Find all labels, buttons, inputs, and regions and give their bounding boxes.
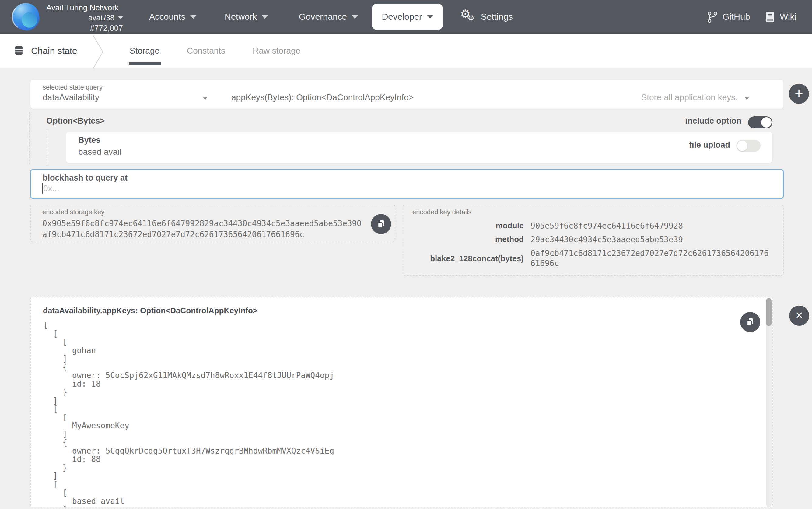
- scrollbar-thumb[interactable]: [766, 298, 772, 326]
- bytes-param-card: Bytes based avail file upload: [66, 132, 772, 163]
- close-icon: ×: [796, 309, 803, 321]
- key-hint-placeholder[interactable]: Store all application keys.: [641, 93, 738, 102]
- chevron-down-icon: [190, 15, 196, 19]
- section-chain-state: Chain state: [13, 34, 77, 68]
- bytes-value-input[interactable]: based avail: [78, 147, 121, 157]
- tab-raw-storage[interactable]: Raw storage: [253, 34, 301, 68]
- network-info: Avail Turing Network avail/38 #772,007: [46, 3, 123, 33]
- tab-label: Raw storage: [253, 46, 301, 56]
- key-detail-row: method 29ac34430c4934c5e3aaeed5abe53e39: [412, 235, 770, 245]
- nav-menu-label: Accounts: [149, 12, 185, 22]
- detail-value: 905e59f6c8fc974ec64116e6f6479928: [530, 221, 770, 231]
- chevron-down-icon: [352, 15, 358, 19]
- wiki-link[interactable]: Wiki: [765, 0, 797, 34]
- chevron-down-icon: [427, 15, 433, 19]
- query-label: selected state query: [43, 83, 103, 91]
- settings-gears-icon: ⚙⚙: [460, 8, 476, 26]
- encoded-storage-key-value: 0x905e59f6c8fc974ec64116e6f647992829ac34…: [42, 218, 363, 240]
- param-tree-guide: [46, 131, 47, 164]
- encoded-key-details-label: encoded key details: [412, 208, 471, 216]
- section-title: Chain state: [31, 46, 77, 56]
- encoded-key-details-card: encoded key details module 905e59f6c8fc9…: [403, 205, 784, 275]
- nav-menu-label: Governance: [299, 12, 347, 22]
- nav-menu-network[interactable]: Network: [224, 0, 268, 34]
- chain-spec: avail/38: [88, 13, 114, 22]
- chain-spec-selector[interactable]: avail/38: [46, 13, 123, 22]
- text-cursor: [42, 183, 43, 194]
- query-results-card: dataAvailability.appKeys: Option<DaContr…: [30, 297, 773, 507]
- top-navbar: Avail Turing Network avail/38 #772,007 A…: [0, 0, 812, 34]
- chevron-down-icon[interactable]: [744, 97, 749, 100]
- toggle-knob: [761, 117, 772, 128]
- detail-value: 0af9cb471c6d8171c23672ed7027e7d72c626173…: [530, 248, 770, 269]
- include-option-label: include option: [639, 116, 741, 126]
- nav-menu-governance[interactable]: Governance: [299, 0, 358, 34]
- block-number: #772,007: [46, 24, 123, 33]
- nav-menu-label: Network: [224, 12, 257, 22]
- file-upload-toggle[interactable]: [736, 140, 761, 152]
- copy-icon: [745, 317, 755, 327]
- result-header: dataAvailability.appKeys: Option<DaContr…: [43, 306, 257, 315]
- subnav-bar: Chain state Storage Constants Raw storag…: [0, 34, 812, 68]
- avail-logo-icon[interactable]: [11, 2, 40, 32]
- nav-menu-accounts[interactable]: Accounts: [149, 0, 196, 34]
- toggle-knob: [737, 141, 747, 151]
- encoded-storage-key-label: encoded storage key: [42, 208, 104, 216]
- database-icon: [13, 45, 25, 57]
- chevron-down-icon: [118, 16, 123, 20]
- results-scrollbar[interactable]: [766, 298, 772, 507]
- copy-icon: [376, 219, 386, 229]
- param-option-type-label: Option<Bytes>: [46, 116, 105, 126]
- tab-label: Storage: [130, 46, 160, 56]
- bytes-label: Bytes: [78, 135, 101, 145]
- nav-menu-settings[interactable]: ⚙⚙ Settings: [460, 0, 513, 34]
- key-detail-row: module 905e59f6c8fc974ec64116e6f6479928: [412, 221, 770, 231]
- blockhash-label: blockhash to query at: [43, 173, 128, 183]
- blockhash-placeholder: 0x...: [43, 183, 59, 193]
- breadcrumb-chevron-icon: [92, 34, 104, 70]
- github-link[interactable]: GitHub: [707, 0, 750, 34]
- pallet-dropdown[interactable]: dataAvailability: [43, 93, 99, 102]
- nav-menu-label: Settings: [481, 12, 513, 22]
- plus-icon: +: [795, 86, 803, 100]
- key-detail-row: blake2_128concat(bytes) 0af9cb471c6d8171…: [412, 248, 770, 269]
- detail-label: blake2_128concat(bytes): [412, 254, 524, 263]
- navlink-label: GitHub: [722, 12, 750, 22]
- encoded-storage-key-card: encoded storage key 0x905e59f6c8fc974ec6…: [30, 205, 395, 242]
- active-tab-underline: [129, 62, 161, 65]
- detail-value: 29ac34430c4934c5e3aaeed5abe53e39: [530, 235, 770, 245]
- close-result-button[interactable]: ×: [789, 306, 809, 326]
- tab-constants[interactable]: Constants: [187, 34, 225, 68]
- file-upload-label: file upload: [689, 140, 730, 150]
- network-name: Avail Turing Network: [46, 3, 123, 12]
- navlink-label: Wiki: [780, 12, 797, 22]
- result-json: [ [ [ gohan ] { owner: 5CocSpj62xG11MAkQ…: [43, 321, 334, 507]
- copy-storage-key-button[interactable]: [371, 214, 391, 234]
- detail-label: method: [412, 235, 524, 245]
- detail-label: module: [412, 221, 524, 231]
- nav-menu-developer-active[interactable]: Developer: [372, 4, 443, 30]
- tab-label: Constants: [187, 46, 225, 56]
- param-tree-guide: [29, 112, 30, 164]
- method-dropdown[interactable]: appKeys(Bytes): Option<DaControlAppKeyIn…: [231, 93, 414, 102]
- add-query-button[interactable]: +: [789, 84, 809, 104]
- blockhash-input-card[interactable]: blockhash to query at 0x...: [30, 169, 784, 199]
- chevron-down-icon: [262, 15, 268, 19]
- book-icon: [765, 11, 775, 23]
- nav-menu-label: Developer: [382, 12, 422, 22]
- git-fork-icon: [707, 11, 718, 23]
- include-option-toggle[interactable]: [748, 116, 772, 129]
- copy-result-button[interactable]: [740, 312, 760, 332]
- state-query-card: selected state query dataAvailability ap…: [30, 79, 784, 109]
- chevron-down-icon[interactable]: [203, 97, 208, 100]
